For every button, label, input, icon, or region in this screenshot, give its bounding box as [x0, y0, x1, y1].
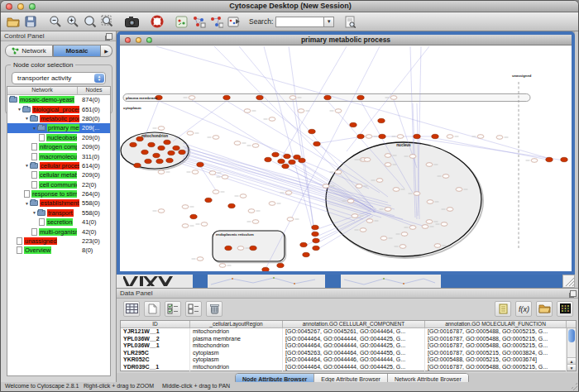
network-node[interactable] — [287, 218, 294, 222]
tree-row[interactable]: ▼transport558(0) — [7, 208, 110, 218]
network-node[interactable] — [443, 174, 449, 179]
expand-triangle-icon[interactable]: ▼ — [17, 107, 22, 112]
network-node[interactable] — [209, 171, 216, 175]
expand-triangle-icon[interactable]: ▼ — [24, 116, 30, 121]
table-row[interactable]: YLR295Ccytoplasm[GO:0045263, GO:0044464,… — [121, 350, 576, 357]
network-node[interactable] — [285, 191, 292, 195]
table-row[interactable]: YPL036W__2plasma membrane[GO:0044464, GO… — [121, 336, 576, 343]
network-node[interactable] — [298, 109, 304, 113]
network-node[interactable] — [222, 175, 228, 179]
network-node[interactable] — [335, 109, 342, 113]
network-node[interactable] — [201, 222, 208, 227]
network-node[interactable] — [335, 170, 342, 174]
network-node-highlighted[interactable] — [313, 246, 319, 250]
network-node[interactable] — [409, 155, 416, 159]
attribute-table-icon[interactable] — [123, 301, 140, 317]
network-node-highlighted[interactable] — [414, 134, 420, 138]
network-node-highlighted[interactable] — [312, 232, 318, 236]
tree-row[interactable]: ▼establishment of lo558(0) — [7, 198, 110, 208]
network-node[interactable] — [477, 135, 484, 139]
network-node[interactable] — [360, 228, 366, 232]
network-node-highlighted[interactable] — [265, 157, 271, 161]
table-row[interactable]: YKR052Ccytoplasm[GO:0044464, GO:0044446,… — [121, 356, 576, 364]
network-node[interactable] — [426, 163, 433, 167]
network-node-highlighted[interactable] — [284, 154, 290, 158]
network-window-titlebar[interactable]: primary metabolic process — [120, 35, 572, 45]
network-node[interactable] — [347, 199, 354, 203]
app-resize-grip[interactable] — [570, 383, 577, 390]
network-node-highlighted[interactable] — [546, 157, 553, 161]
network-node[interactable] — [323, 184, 329, 189]
table-row[interactable]: YPL036W__1mitochondrion[GO:0044464, GO:0… — [121, 342, 576, 350]
zoom-selected-icon[interactable] — [81, 13, 98, 30]
network-node[interactable] — [248, 209, 255, 213]
network-node[interactable] — [244, 109, 251, 113]
table-column-header[interactable]: ID — [121, 321, 190, 327]
network-node[interactable] — [422, 225, 428, 229]
network-node-highlighted[interactable] — [130, 142, 136, 146]
tab-mosaic[interactable]: Mosaic — [53, 45, 101, 57]
network-node[interactable] — [213, 190, 219, 194]
network-node[interactable] — [187, 131, 194, 136]
network-node-highlighted[interactable] — [228, 203, 235, 208]
network-node[interactable] — [427, 200, 433, 204]
tree-row[interactable]: mosaic-demo-yeast874(0) — [7, 95, 110, 104]
network-node-highlighted[interactable] — [158, 146, 165, 150]
tree-row[interactable]: cell communicat22(0) — [7, 180, 110, 189]
network-node-highlighted[interactable] — [148, 142, 155, 146]
network-node[interactable] — [352, 214, 358, 218]
network-node[interactable] — [356, 184, 362, 189]
network-node[interactable] — [409, 226, 416, 230]
network-node-highlighted[interactable] — [250, 246, 256, 250]
network-node[interactable] — [158, 209, 165, 213]
network-node[interactable] — [393, 188, 400, 192]
network-node[interactable] — [385, 163, 391, 167]
new-attribute-icon[interactable] — [144, 301, 160, 317]
tree-row[interactable]: response to stimulu264(0) — [7, 189, 110, 198]
network-node-highlighted[interactable] — [205, 198, 212, 202]
tree-row[interactable]: ▼biological_process651(0) — [7, 104, 110, 113]
network-node[interactable] — [401, 232, 408, 237]
table-column-header[interactable]: _cellularLayoutRegion — [190, 321, 283, 327]
network-node[interactable] — [366, 135, 372, 139]
network-node-highlighted[interactable] — [145, 159, 151, 163]
select-attributes-icon[interactable] — [165, 301, 181, 317]
network-node[interactable] — [182, 205, 189, 209]
tab-network[interactable]: Network — [5, 45, 53, 57]
help-lifering-icon[interactable] — [148, 13, 165, 30]
network-node-highlighted[interactable] — [312, 225, 318, 229]
delete-attribute-trash-icon[interactable] — [206, 301, 223, 317]
network-node[interactable] — [192, 170, 199, 174]
network-node[interactable] — [376, 179, 383, 183]
advanced-search-icon[interactable] — [342, 13, 359, 30]
network-node-highlighted[interactable] — [190, 214, 197, 218]
node-color-dropdown[interactable]: transporter activity ▲▼ — [12, 72, 106, 84]
network-node[interactable] — [380, 237, 387, 241]
network-node-highlighted[interactable] — [262, 267, 269, 271]
tree-row[interactable]: secretion41(0) — [7, 218, 110, 227]
network-node-highlighted[interactable] — [197, 162, 203, 166]
search-input[interactable] — [275, 17, 323, 27]
network-node[interactable] — [496, 136, 503, 140]
network-node-highlighted[interactable] — [432, 134, 438, 138]
network-node-highlighted[interactable] — [561, 157, 567, 161]
network-node-highlighted[interactable] — [313, 238, 319, 242]
expand-triangle-icon[interactable]: ▼ — [31, 126, 37, 131]
network-node[interactable] — [426, 220, 433, 224]
tab-overflow-arrow[interactable]: ▶ — [101, 45, 112, 57]
network-node-highlighted[interactable] — [303, 252, 309, 256]
tree-row[interactable]: ▼metabolic process280(0) — [7, 114, 110, 123]
network-node-highlighted[interactable] — [141, 150, 148, 154]
network-node[interactable] — [237, 246, 244, 251]
network-node-highlighted[interactable] — [357, 95, 364, 99]
network-node-highlighted[interactable] — [299, 158, 305, 162]
network-from-selection-icon[interactable] — [190, 13, 208, 30]
network-node-highlighted[interactable] — [166, 158, 173, 162]
zoom-fit-icon[interactable] — [98, 13, 116, 30]
attribute-editor-icon[interactable] — [495, 301, 511, 317]
import-attributes-folder-icon[interactable] — [536, 301, 553, 317]
network-node[interactable] — [447, 135, 453, 139]
window-resize-grip[interactable] — [562, 275, 575, 288]
search-dropdown-button[interactable]: ▼ — [323, 17, 334, 27]
network-node[interactable] — [385, 154, 391, 158]
